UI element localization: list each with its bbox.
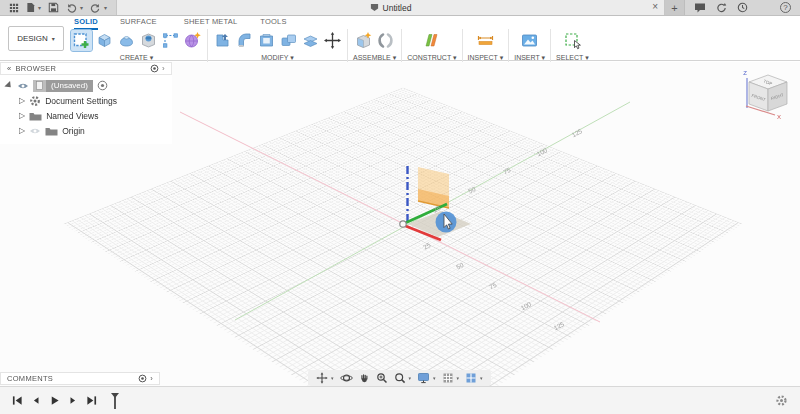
ribbon-toolbar: DESIGN ▾ SOLID SURFACE SHEET METAL TOOLS… (0, 16, 800, 61)
zoom-window-caret[interactable]: ▾ (409, 375, 412, 381)
comments-bubble-icon[interactable] (694, 2, 706, 13)
move-icon[interactable] (323, 31, 342, 50)
orbit-icon[interactable] (340, 372, 353, 384)
visibility-eye-off-icon[interactable] (29, 127, 41, 135)
redo-icon[interactable] (90, 3, 101, 13)
redo-caret[interactable]: ▾ (104, 4, 107, 11)
collapsed-triangle-icon[interactable]: ▷ (19, 97, 25, 105)
panel-options-icon[interactable] (138, 374, 147, 383)
document-icon (370, 3, 379, 12)
visibility-eye-icon[interactable] (17, 82, 29, 90)
view-cube[interactable]: TOP FRONT RIGHT Z X (743, 70, 787, 120)
pan-icon[interactable] (316, 372, 328, 384)
save-icon[interactable] (48, 2, 59, 13)
measure-icon[interactable] (476, 31, 495, 50)
viewports-layout-caret[interactable]: ▾ (480, 375, 483, 381)
timeline-position-marker[interactable] (109, 392, 121, 410)
svg-text:25: 25 (422, 241, 432, 251)
navigation-bar: ▾ ▾ ▾ ▾ ▾ (308, 370, 491, 386)
create-sketch-icon (72, 31, 91, 50)
svg-text:100: 100 (519, 300, 532, 311)
workspace-selector[interactable]: DESIGN ▾ (8, 26, 64, 51)
undo-icon[interactable] (66, 3, 77, 13)
close-tab-icon[interactable]: × (652, 1, 658, 13)
construct-plane-icon[interactable] (422, 31, 441, 50)
joint-icon[interactable] (376, 31, 395, 50)
root-component-chip[interactable]: (Unsaved) (33, 80, 93, 92)
3d-viewport[interactable]: 25 50 75 100 125 25 50 75 100 125 TOP FR… (0, 62, 800, 386)
tree-row-root[interactable]: (Unsaved) (5, 78, 172, 93)
viewcube-z-label: Z (743, 70, 747, 76)
help-icon[interactable]: ? (780, 2, 791, 13)
modify-group-label[interactable]: MODIFY ▾ (261, 54, 294, 62)
panel-expand-icon[interactable]: › (150, 374, 153, 383)
panel-expand-icon[interactable]: › (162, 64, 165, 73)
origin-point[interactable] (400, 221, 406, 227)
component-doc-icon (36, 81, 43, 90)
tree-row-named-views[interactable]: ▷ Named Views (5, 108, 172, 123)
revolve-icon[interactable] (117, 31, 136, 50)
timeline-skip-end-icon[interactable] (86, 395, 97, 406)
timeline-step-forward-icon[interactable] (68, 395, 78, 406)
zoom-window-icon[interactable] (394, 372, 406, 384)
construct-group-label[interactable]: CONSTRUCT ▾ (407, 54, 456, 62)
tree-item-label: Named Views (46, 111, 98, 121)
create-form-icon[interactable] (183, 31, 202, 50)
activate-radio-icon[interactable] (97, 80, 108, 91)
insert-group-label[interactable]: INSERT ▾ (514, 54, 545, 62)
select-group-label[interactable]: SELECT ▾ (556, 54, 589, 62)
pan-caret[interactable]: ▾ (331, 375, 334, 381)
extrude-icon[interactable] (95, 31, 114, 50)
group-create: CREATE ▾ (66, 29, 207, 62)
viewports-layout-icon[interactable] (465, 372, 477, 384)
timeline-play-icon[interactable] (49, 395, 60, 406)
new-component-icon[interactable] (354, 31, 373, 50)
display-settings-icon[interactable] (417, 372, 430, 384)
timeline-skip-start-icon[interactable] (12, 395, 23, 406)
display-settings-caret[interactable]: ▾ (433, 375, 436, 381)
file-menu-icon[interactable] (26, 2, 35, 13)
fillet-icon[interactable] (235, 31, 254, 50)
browser-title: BROWSER (15, 64, 56, 73)
create-group-label[interactable]: CREATE ▾ (120, 54, 153, 62)
offset-face-icon[interactable] (301, 31, 320, 50)
file-menu-caret[interactable]: ▾ (38, 4, 41, 11)
browser-header[interactable]: « BROWSER › (0, 62, 172, 75)
collapsed-triangle-icon[interactable]: ▷ (19, 112, 25, 120)
browser-panel: « BROWSER › (Unsaved) ▷ Document Setting… (0, 62, 172, 144)
undo-caret[interactable]: ▾ (80, 4, 83, 11)
grid-settings-caret[interactable]: ▾ (457, 375, 460, 381)
sync-icon[interactable] (716, 2, 727, 13)
tree-row-origin[interactable]: ▷ Origin (5, 123, 172, 138)
history-clock-icon[interactable] (737, 2, 748, 13)
timeline-settings-gear-icon[interactable] (775, 394, 788, 407)
expanded-triangle-icon[interactable] (4, 81, 13, 90)
app-grid-icon[interactable] (9, 3, 19, 13)
insert-image-icon[interactable] (520, 31, 539, 50)
pan-hand-icon[interactable] (359, 372, 370, 384)
collapse-panel-icon[interactable]: « (7, 64, 11, 73)
hole-icon[interactable] (139, 31, 158, 50)
create-sketch-button[interactable] (71, 30, 92, 51)
timeline-bar (0, 386, 800, 414)
group-construct: CONSTRUCT ▾ (401, 29, 461, 62)
document-tab[interactable]: Untitled × (116, 0, 665, 15)
zoom-icon[interactable] (376, 372, 388, 384)
svg-text:125: 125 (552, 320, 565, 331)
comments-panel[interactable]: COMMENTS › (0, 372, 160, 385)
document-title: Untitled (383, 3, 412, 13)
panel-options-icon[interactable] (150, 64, 159, 73)
combine-icon[interactable] (279, 31, 298, 50)
assemble-group-label[interactable]: ASSEMBLE ▾ (353, 54, 396, 62)
select-icon[interactable] (563, 31, 582, 50)
svg-text:75: 75 (488, 281, 498, 291)
collapsed-triangle-icon[interactable]: ▷ (19, 127, 25, 135)
grid-settings-icon[interactable] (442, 372, 454, 384)
tree-row-document-settings[interactable]: ▷ Document Settings (5, 93, 172, 108)
press-pull-icon[interactable] (213, 31, 232, 50)
shell-icon[interactable] (257, 31, 276, 50)
pattern-icon[interactable] (161, 31, 180, 50)
inspect-group-label[interactable]: INSPECT ▾ (468, 54, 504, 62)
timeline-step-back-icon[interactable] (31, 395, 41, 406)
new-tab-button[interactable]: + (665, 0, 685, 15)
